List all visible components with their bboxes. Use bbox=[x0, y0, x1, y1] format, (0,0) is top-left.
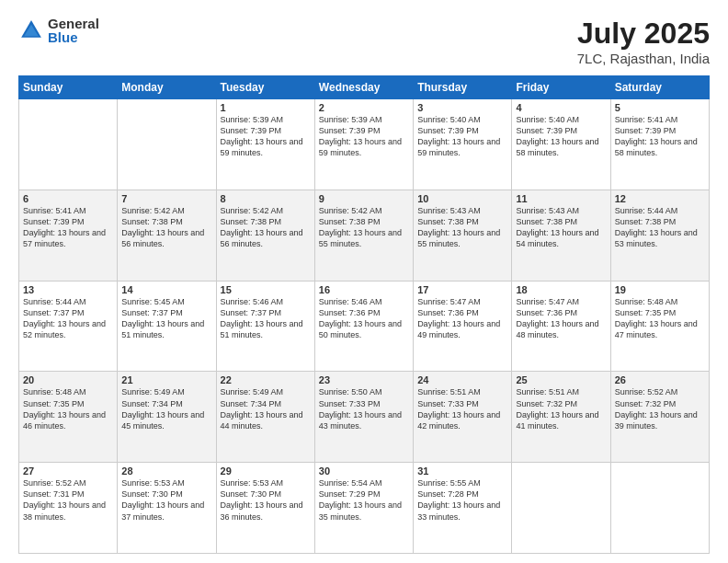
col-wednesday: Wednesday bbox=[314, 76, 413, 99]
day-info: Sunrise: 5:53 AM Sunset: 7:30 PM Dayligh… bbox=[221, 477, 311, 523]
table-row: 8Sunrise: 5:42 AM Sunset: 7:38 PM Daylig… bbox=[216, 190, 314, 281]
table-row: 29Sunrise: 5:53 AM Sunset: 7:30 PM Dayli… bbox=[216, 463, 314, 554]
logo-general: General bbox=[48, 17, 99, 30]
table-row: 30Sunrise: 5:54 AM Sunset: 7:29 PM Dayli… bbox=[314, 463, 413, 554]
day-number: 25 bbox=[516, 374, 606, 385]
table-row: 20Sunrise: 5:48 AM Sunset: 7:35 PM Dayli… bbox=[19, 372, 118, 463]
table-row: 28Sunrise: 5:53 AM Sunset: 7:30 PM Dayli… bbox=[118, 463, 216, 554]
table-row: 9Sunrise: 5:42 AM Sunset: 7:38 PM Daylig… bbox=[314, 190, 413, 281]
day-info: Sunrise: 5:49 AM Sunset: 7:34 PM Dayligh… bbox=[121, 386, 211, 431]
day-number: 17 bbox=[417, 284, 507, 295]
day-number: 8 bbox=[221, 193, 311, 204]
table-row: 14Sunrise: 5:45 AM Sunset: 7:37 PM Dayli… bbox=[118, 281, 216, 372]
table-row: 7Sunrise: 5:42 AM Sunset: 7:38 PM Daylig… bbox=[118, 190, 216, 281]
table-row: 27Sunrise: 5:52 AM Sunset: 7:31 PM Dayli… bbox=[19, 463, 118, 554]
day-info: Sunrise: 5:52 AM Sunset: 7:32 PM Dayligh… bbox=[615, 386, 705, 431]
calendar-subtitle: 7LC, Rajasthan, India bbox=[577, 51, 710, 66]
day-info: Sunrise: 5:53 AM Sunset: 7:30 PM Dayligh… bbox=[121, 477, 211, 523]
table-row: 19Sunrise: 5:48 AM Sunset: 7:35 PM Dayli… bbox=[610, 281, 709, 372]
day-info: Sunrise: 5:50 AM Sunset: 7:33 PM Dayligh… bbox=[319, 386, 409, 431]
day-number: 31 bbox=[417, 465, 507, 477]
logo: General Blue bbox=[18, 17, 99, 44]
day-number: 5 bbox=[615, 102, 705, 113]
calendar-table: Sunday Monday Tuesday Wednesday Thursday… bbox=[18, 75, 710, 554]
day-number: 29 bbox=[221, 465, 311, 477]
day-info: Sunrise: 5:47 AM Sunset: 7:36 PM Dayligh… bbox=[516, 296, 606, 341]
day-info: Sunrise: 5:54 AM Sunset: 7:29 PM Dayligh… bbox=[319, 477, 409, 523]
day-info: Sunrise: 5:41 AM Sunset: 7:39 PM Dayligh… bbox=[615, 114, 705, 159]
day-number: 11 bbox=[516, 193, 606, 204]
table-row: 23Sunrise: 5:50 AM Sunset: 7:33 PM Dayli… bbox=[314, 372, 413, 463]
day-info: Sunrise: 5:43 AM Sunset: 7:38 PM Dayligh… bbox=[417, 205, 507, 250]
page: General Blue July 2025 7LC, Rajasthan, I… bbox=[0, 0, 728, 563]
calendar-week-row: 27Sunrise: 5:52 AM Sunset: 7:31 PM Dayli… bbox=[19, 463, 710, 554]
table-row bbox=[19, 99, 118, 190]
day-info: Sunrise: 5:40 AM Sunset: 7:39 PM Dayligh… bbox=[516, 114, 606, 159]
day-number: 20 bbox=[23, 374, 113, 385]
day-info: Sunrise: 5:41 AM Sunset: 7:39 PM Dayligh… bbox=[23, 205, 113, 250]
day-number: 16 bbox=[319, 284, 409, 295]
table-row: 1Sunrise: 5:39 AM Sunset: 7:39 PM Daylig… bbox=[216, 99, 314, 190]
day-number: 28 bbox=[121, 465, 211, 477]
table-row: 21Sunrise: 5:49 AM Sunset: 7:34 PM Dayli… bbox=[118, 372, 216, 463]
table-row: 10Sunrise: 5:43 AM Sunset: 7:38 PM Dayli… bbox=[414, 190, 512, 281]
table-row: 5Sunrise: 5:41 AM Sunset: 7:39 PM Daylig… bbox=[610, 99, 709, 190]
day-info: Sunrise: 5:47 AM Sunset: 7:36 PM Dayligh… bbox=[417, 296, 507, 341]
day-number: 6 bbox=[23, 193, 113, 204]
day-info: Sunrise: 5:55 AM Sunset: 7:28 PM Dayligh… bbox=[417, 477, 507, 523]
day-info: Sunrise: 5:52 AM Sunset: 7:31 PM Dayligh… bbox=[23, 477, 113, 523]
table-row: 4Sunrise: 5:40 AM Sunset: 7:39 PM Daylig… bbox=[512, 99, 610, 190]
table-row: 13Sunrise: 5:44 AM Sunset: 7:37 PM Dayli… bbox=[19, 281, 118, 372]
day-info: Sunrise: 5:49 AM Sunset: 7:34 PM Dayligh… bbox=[221, 386, 311, 431]
day-info: Sunrise: 5:39 AM Sunset: 7:39 PM Dayligh… bbox=[221, 114, 311, 159]
table-row: 16Sunrise: 5:46 AM Sunset: 7:36 PM Dayli… bbox=[314, 281, 413, 372]
day-number: 14 bbox=[121, 284, 211, 295]
day-number: 10 bbox=[417, 193, 507, 204]
day-info: Sunrise: 5:44 AM Sunset: 7:37 PM Dayligh… bbox=[23, 296, 113, 341]
day-number: 7 bbox=[121, 193, 211, 204]
day-info: Sunrise: 5:45 AM Sunset: 7:37 PM Dayligh… bbox=[121, 296, 211, 341]
table-row: 24Sunrise: 5:51 AM Sunset: 7:33 PM Dayli… bbox=[414, 372, 512, 463]
table-row: 17Sunrise: 5:47 AM Sunset: 7:36 PM Dayli… bbox=[414, 281, 512, 372]
day-number: 3 bbox=[417, 102, 507, 113]
col-monday: Monday bbox=[118, 76, 216, 99]
table-row bbox=[118, 99, 216, 190]
col-thursday: Thursday bbox=[414, 76, 512, 99]
day-number: 27 bbox=[23, 465, 113, 477]
day-number: 13 bbox=[23, 284, 113, 295]
table-row: 11Sunrise: 5:43 AM Sunset: 7:38 PM Dayli… bbox=[512, 190, 610, 281]
table-row: 15Sunrise: 5:46 AM Sunset: 7:37 PM Dayli… bbox=[216, 281, 314, 372]
day-number: 22 bbox=[221, 374, 311, 385]
table-row: 25Sunrise: 5:51 AM Sunset: 7:32 PM Dayli… bbox=[512, 372, 610, 463]
table-row: 31Sunrise: 5:55 AM Sunset: 7:28 PM Dayli… bbox=[414, 463, 512, 554]
day-number: 2 bbox=[319, 102, 409, 113]
calendar-week-row: 13Sunrise: 5:44 AM Sunset: 7:37 PM Dayli… bbox=[19, 281, 710, 372]
col-saturday: Saturday bbox=[610, 76, 709, 99]
table-row: 2Sunrise: 5:39 AM Sunset: 7:39 PM Daylig… bbox=[314, 99, 413, 190]
day-number: 19 bbox=[615, 284, 705, 295]
day-number: 9 bbox=[319, 193, 409, 204]
col-sunday: Sunday bbox=[19, 76, 118, 99]
day-info: Sunrise: 5:43 AM Sunset: 7:38 PM Dayligh… bbox=[516, 205, 606, 250]
header: General Blue July 2025 7LC, Rajasthan, I… bbox=[18, 17, 710, 66]
calendar-header-row: Sunday Monday Tuesday Wednesday Thursday… bbox=[19, 76, 710, 99]
day-number: 24 bbox=[417, 374, 507, 385]
table-row: 26Sunrise: 5:52 AM Sunset: 7:32 PM Dayli… bbox=[610, 372, 709, 463]
day-number: 4 bbox=[516, 102, 606, 113]
title-block: July 2025 7LC, Rajasthan, India bbox=[577, 17, 710, 66]
table-row: 6Sunrise: 5:41 AM Sunset: 7:39 PM Daylig… bbox=[19, 190, 118, 281]
day-number: 23 bbox=[319, 374, 409, 385]
day-info: Sunrise: 5:51 AM Sunset: 7:32 PM Dayligh… bbox=[516, 386, 606, 431]
logo-blue: Blue bbox=[48, 30, 99, 44]
table-row: 18Sunrise: 5:47 AM Sunset: 7:36 PM Dayli… bbox=[512, 281, 610, 372]
table-row: 3Sunrise: 5:40 AM Sunset: 7:39 PM Daylig… bbox=[414, 99, 512, 190]
day-number: 30 bbox=[319, 465, 409, 477]
day-info: Sunrise: 5:51 AM Sunset: 7:33 PM Dayligh… bbox=[417, 386, 507, 431]
day-info: Sunrise: 5:46 AM Sunset: 7:36 PM Dayligh… bbox=[319, 296, 409, 341]
table-row bbox=[610, 463, 709, 554]
table-row: 12Sunrise: 5:44 AM Sunset: 7:38 PM Dayli… bbox=[610, 190, 709, 281]
day-info: Sunrise: 5:42 AM Sunset: 7:38 PM Dayligh… bbox=[221, 205, 311, 250]
table-row bbox=[512, 463, 610, 554]
day-info: Sunrise: 5:39 AM Sunset: 7:39 PM Dayligh… bbox=[319, 114, 409, 159]
calendar-week-row: 6Sunrise: 5:41 AM Sunset: 7:39 PM Daylig… bbox=[19, 190, 710, 281]
